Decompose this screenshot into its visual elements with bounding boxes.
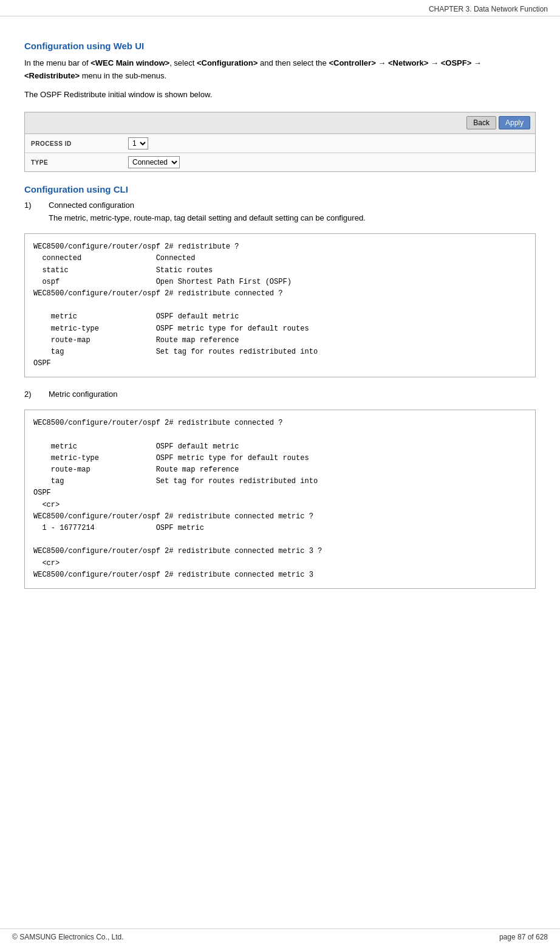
apply-button[interactable]: Apply (499, 116, 530, 129)
page-header: CHAPTER 3. Data Network Function (0, 0, 560, 16)
page-footer: © SAMSUNG Electronics Co., Ltd. page 87 … (0, 929, 560, 945)
type-select[interactable]: Connected Static OSPF (128, 156, 180, 168)
network-bold: <Network> (388, 58, 428, 67)
numbered-item-1: 1) Connected configuration The metric, m… (24, 201, 536, 225)
type-label: TYPE (25, 153, 122, 172)
item2-title: Metric configuration (49, 390, 536, 399)
config-bold: <Configuration> (197, 58, 258, 67)
copyright: © SAMSUNG Electronics Co., Ltd. (12, 933, 124, 941)
ui-panel: Back Apply PROCESS ID 1 2 TYPE Connected (24, 112, 536, 172)
ui-toolbar: Back Apply (25, 112, 535, 134)
type-value: Connected Static OSPF (122, 153, 535, 172)
code-block-2: WEC8500/configure/router/ospf 2# redistr… (24, 410, 536, 589)
item1-desc: The metric, metric-type, route-map, tag … (49, 212, 536, 225)
page-number: page 87 of 628 (499, 933, 548, 941)
page-content: Configuration using Web UI In the menu b… (0, 16, 560, 637)
section2-title: Configuration using CLI (24, 184, 536, 194)
process-id-select[interactable]: 1 2 (128, 137, 148, 149)
code-block-1: WEC8500/configure/router/ospf 2# redistr… (24, 233, 536, 377)
item2-content: Metric configuration (49, 390, 536, 401)
ospf-bold: <OSPF> (441, 58, 472, 67)
section1-title: Configuration using Web UI (24, 41, 536, 51)
ui-table: PROCESS ID 1 2 TYPE Connected Static OSP… (25, 134, 535, 171)
item1-content: Connected configuration The metric, metr… (49, 201, 536, 225)
process-id-value: 1 2 (122, 134, 535, 153)
back-button[interactable]: Back (466, 116, 496, 129)
process-id-label: PROCESS ID (25, 134, 122, 153)
table-row: PROCESS ID 1 2 (25, 134, 535, 153)
table-row: TYPE Connected Static OSPF (25, 153, 535, 172)
redistribute-bold: <Redistribute> (24, 71, 80, 80)
item1-title: Connected configuration (49, 201, 536, 210)
item1-num: 1) (24, 201, 43, 225)
section1-para: In the menu bar of <WEC Main window>, se… (24, 57, 536, 83)
chapter-title: CHAPTER 3. Data Network Function (429, 5, 548, 13)
numbered-item-2: 2) Metric configuration (24, 390, 536, 401)
controller-bold: <Controller> (329, 58, 375, 67)
section1-para2: The OSPF Redistribute initial window is … (24, 89, 536, 101)
wec-bold: <WEC Main window> (90, 58, 169, 67)
item2-num: 2) (24, 390, 43, 401)
